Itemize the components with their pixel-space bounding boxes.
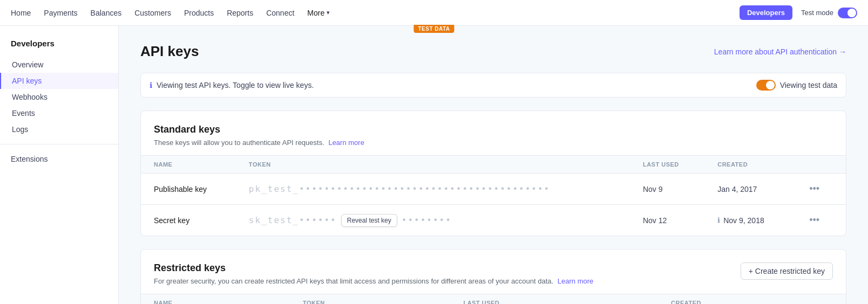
nav-payments[interactable]: Payments [44, 9, 77, 17]
publishable-key-last-used: Nov 9 [630, 174, 704, 205]
secret-key-masked-before: sk_test_•••••• [249, 215, 337, 225]
standard-keys-tbody: Publishable key pk_test_••••••••••••••••… [141, 174, 846, 236]
secret-key-name: Secret key [154, 216, 189, 225]
standard-keys-desc: These keys will allow you to authenticat… [154, 139, 833, 147]
nav-customers[interactable]: Customers [134, 9, 171, 17]
standard-keys-title: Standard keys [154, 124, 833, 135]
nav-more[interactable]: More ▾ [307, 9, 330, 17]
restricted-keys-thead: NAME TOKEN LAST USED CREATED [141, 294, 846, 305]
restricted-keys-desc-text: For greater security, you can create res… [154, 277, 553, 285]
reveal-wrap: Reveal test key [341, 214, 397, 227]
restricted-keys-table: NAME TOKEN LAST USED CREATED No restrict… [141, 294, 846, 304]
test-data-banner: TEST DATA [413, 24, 454, 32]
secret-key-created-cell: ℹ Nov 9, 2018 [717, 216, 779, 225]
sidebar-item-events[interactable]: Events [0, 105, 118, 121]
restricted-keys-title: Restricted keys [154, 262, 593, 274]
info-bar-message: ℹ Viewing test API keys. Toggle to view … [150, 81, 314, 89]
restricted-keys-section: Restricted keys For greater security, yo… [140, 249, 846, 304]
nav-connect[interactable]: Connect [266, 9, 294, 17]
test-data-badge: TEST DATA [413, 25, 454, 33]
viewing-label: Viewing test data [780, 81, 837, 89]
test-mode-label: Test mode [801, 9, 833, 17]
publishable-key-more-button[interactable]: ••• [805, 181, 824, 197]
standard-keys-thead: NAME TOKEN LAST USED CREATED [141, 156, 846, 174]
sidebar-item-webhooks[interactable]: Webhooks [0, 89, 118, 105]
viewing-toggle[interactable] [756, 80, 776, 91]
nav-balances[interactable]: Balances [91, 9, 122, 17]
standard-keys-learn-more-link[interactable]: Learn more [328, 139, 364, 147]
col-name: NAME [141, 156, 236, 174]
page-title: API keys [140, 43, 199, 60]
viewing-toggle-wrap[interactable]: Viewing test data [756, 80, 837, 91]
info-bar: ℹ Viewing test API keys. Toggle to view … [140, 73, 846, 98]
standard-keys-table: NAME TOKEN LAST USED CREATED Publishable… [141, 155, 846, 236]
standard-keys-desc-text: These keys will allow you to authenticat… [154, 139, 324, 147]
test-mode-toggle[interactable] [838, 8, 857, 18]
nav-home[interactable]: Home [11, 9, 31, 17]
restricted-col-last-used: LAST USED [450, 294, 658, 305]
nav-products[interactable]: Products [184, 9, 214, 17]
col-actions [792, 156, 846, 174]
standard-keys-header: Standard keys These keys will allow you … [141, 111, 846, 155]
reveal-test-key-button[interactable]: Reveal test key [341, 214, 397, 227]
learn-more-api-auth-link[interactable]: Learn more about API authentication → [714, 47, 846, 56]
restricted-keys-header: Restricted keys For greater security, yo… [141, 250, 846, 294]
restricted-col-name: NAME [141, 294, 290, 305]
publishable-key-name: Publishable key [154, 185, 207, 194]
sidebar-title: Developers [0, 39, 118, 57]
info-icon: ℹ [150, 81, 152, 89]
sidebar-item-extensions[interactable]: Extensions [0, 151, 118, 167]
sidebar: Developers Overview API keys Webhooks Ev… [0, 26, 119, 304]
publishable-key-created: Jan 4, 2017 [704, 174, 792, 205]
col-last-used: LAST USED [630, 156, 704, 174]
nav-right: Developers Test mode [740, 5, 857, 20]
publishable-key-token: pk_test_••••••••••••••••••••••••••••••••… [249, 184, 617, 194]
page-header: API keys Learn more about API authentica… [140, 43, 846, 60]
standard-keys-section: Standard keys These keys will allow you … [140, 110, 846, 236]
create-restricted-key-button[interactable]: + Create restricted key [741, 262, 833, 280]
restricted-keys-learn-more-link[interactable]: Learn more [558, 277, 593, 285]
secret-key-masked-after: •••••••• [402, 215, 452, 225]
sidebar-divider [0, 144, 118, 144]
sidebar-item-logs[interactable]: Logs [0, 121, 118, 137]
secret-key-more-button[interactable]: ••• [805, 212, 824, 228]
sidebar-item-overview[interactable]: Overview [0, 57, 118, 73]
info-bar-text: Viewing test API keys. Toggle to view li… [157, 81, 314, 89]
publishable-key-masked: pk_test_••••••••••••••••••••••••••••••••… [249, 184, 550, 194]
secret-key-created: Nov 9, 2018 [723, 216, 764, 225]
col-token: TOKEN [236, 156, 630, 174]
nav-more-label: More [307, 9, 324, 17]
secret-key-last-used: Nov 12 [630, 205, 704, 236]
secret-key-info-icon: ℹ [717, 216, 720, 224]
restricted-keys-header-text: Restricted keys For greater security, yo… [154, 262, 593, 285]
table-row: Publishable key pk_test_••••••••••••••••… [141, 174, 846, 205]
top-navigation: Home Payments Balances Customers Product… [0, 0, 868, 26]
table-row: Secret key sk_test_•••••• Reveal test ke… [141, 205, 846, 236]
developers-button[interactable]: Developers [740, 5, 792, 20]
restricted-keys-desc: For greater security, you can create res… [154, 277, 593, 285]
nav-reports[interactable]: Reports [227, 9, 253, 17]
test-mode-toggle-wrap[interactable]: Test mode [801, 8, 857, 18]
main-content: API keys Learn more about API authentica… [119, 26, 868, 304]
nav-links: Home Payments Balances Customers Product… [11, 9, 330, 17]
restricted-col-token: TOKEN [290, 294, 450, 305]
col-created: CREATED [704, 156, 792, 174]
secret-key-token: sk_test_•••••• Reveal test key •••••••• [249, 214, 617, 227]
restricted-col-created: CREATED [658, 294, 846, 305]
sidebar-item-api-keys[interactable]: API keys [0, 73, 118, 89]
chevron-down-icon: ▾ [327, 9, 330, 16]
